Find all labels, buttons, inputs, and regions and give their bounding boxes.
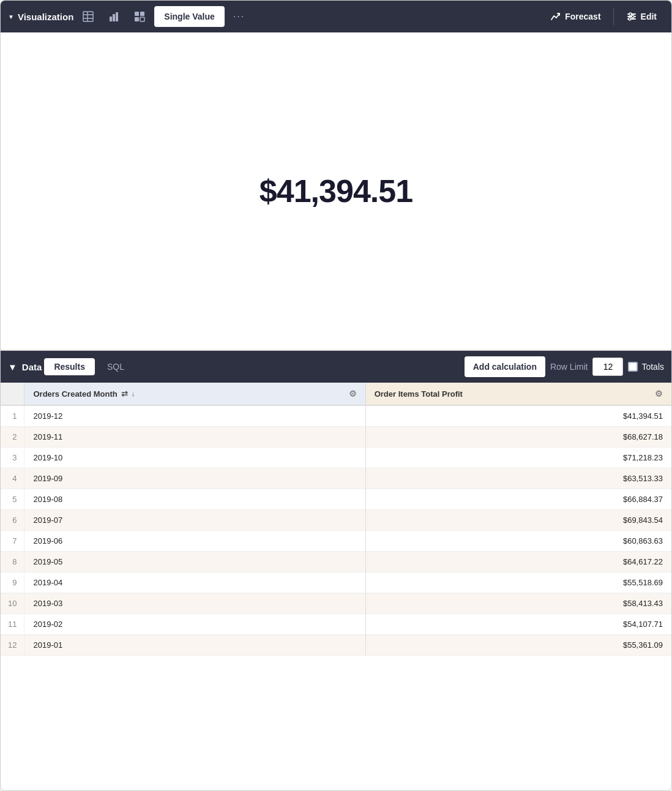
top-toolbar: ▼ Visualization bbox=[1, 1, 671, 32]
row-number: 1 bbox=[1, 405, 24, 427]
totals-label[interactable]: Totals bbox=[628, 362, 664, 372]
svg-point-16 bbox=[629, 13, 632, 15]
svg-point-17 bbox=[632, 15, 634, 18]
viz-toggle[interactable]: ▼ Visualization bbox=[8, 12, 73, 22]
row-number: 2 bbox=[1, 427, 24, 448]
bar-chart-button[interactable] bbox=[103, 7, 125, 26]
pivot-icon bbox=[133, 10, 146, 23]
bar-chart-icon bbox=[108, 10, 120, 23]
row-date: 2019-10 bbox=[24, 448, 365, 468]
table-row: 102019-03$58,413.43 bbox=[1, 593, 671, 614]
single-value-display: $41,394.51 bbox=[259, 173, 413, 209]
main-container: ▼ Visualization bbox=[0, 0, 672, 791]
edit-button[interactable]: Edit bbox=[619, 7, 664, 26]
table-row: 92019-04$55,518.69 bbox=[1, 572, 671, 593]
toolbar-left: ▼ Visualization bbox=[8, 6, 540, 27]
row-profit: $64,617.22 bbox=[365, 552, 671, 572]
row-date: 2019-09 bbox=[24, 468, 365, 489]
sort-down-icon[interactable]: ↓ bbox=[132, 390, 135, 397]
table-row: 122019-01$55,361.09 bbox=[1, 635, 671, 656]
filter-icon: ⇄ bbox=[121, 389, 128, 399]
row-number: 6 bbox=[1, 510, 24, 531]
row-number: 5 bbox=[1, 489, 24, 510]
svg-rect-0 bbox=[83, 12, 93, 21]
table-row: 62019-07$69,843.54 bbox=[1, 510, 671, 531]
totals-checkbox[interactable] bbox=[628, 362, 638, 372]
row-date: 2019-04 bbox=[24, 572, 365, 593]
col1-gear-icon[interactable]: ⚙ bbox=[349, 389, 357, 399]
row-date: 2019-11 bbox=[24, 427, 365, 448]
toolbar-divider bbox=[613, 8, 614, 25]
row-date: 2019-03 bbox=[24, 593, 365, 614]
forecast-button[interactable]: Forecast bbox=[543, 7, 608, 26]
toolbar-right: Forecast Edit bbox=[543, 7, 664, 26]
row-date: 2019-05 bbox=[24, 552, 365, 572]
single-value-tab[interactable]: Single Value bbox=[154, 6, 224, 27]
svg-rect-4 bbox=[110, 17, 112, 21]
svg-rect-7 bbox=[135, 12, 139, 16]
results-table: Orders Created Month ⇄ ↓ ⚙ Order Items T… bbox=[1, 383, 671, 656]
visualization-area: $41,394.51 bbox=[1, 32, 671, 351]
row-number: 4 bbox=[1, 468, 24, 489]
chevron-down-icon: ▼ bbox=[8, 13, 14, 20]
table-row: 72019-06$60,863.63 bbox=[1, 531, 671, 552]
table-row: 12019-12$41,394.51 bbox=[1, 405, 671, 427]
row-profit: $58,413.43 bbox=[365, 593, 671, 614]
table-body: 12019-12$41,394.5122019-11$68,627.183201… bbox=[1, 405, 671, 656]
col-orders-header: Orders Created Month ⇄ ↓ ⚙ bbox=[24, 383, 365, 405]
svg-point-18 bbox=[629, 18, 631, 20]
row-date: 2019-06 bbox=[24, 531, 365, 552]
row-profit: $68,627.18 bbox=[365, 427, 671, 448]
row-profit: $54,107.71 bbox=[365, 614, 671, 635]
table-row: 52019-08$66,884.37 bbox=[1, 489, 671, 510]
table-view-button[interactable] bbox=[77, 7, 99, 26]
row-date: 2019-12 bbox=[24, 405, 365, 427]
data-toolbar-left: ▼ Data Results SQL bbox=[8, 358, 462, 375]
row-number: 10 bbox=[1, 593, 24, 614]
row-limit-input[interactable] bbox=[592, 358, 623, 376]
row-date: 2019-01 bbox=[24, 635, 365, 656]
row-profit: $60,863.63 bbox=[365, 531, 671, 552]
row-profit: $41,394.51 bbox=[365, 405, 671, 427]
svg-rect-9 bbox=[135, 17, 139, 21]
row-number: 7 bbox=[1, 531, 24, 552]
row-number: 12 bbox=[1, 635, 24, 656]
row-number: 3 bbox=[1, 448, 24, 468]
table-icon bbox=[82, 10, 94, 23]
row-number: 11 bbox=[1, 614, 24, 635]
row-profit: $71,218.23 bbox=[365, 448, 671, 468]
results-tab[interactable]: Results bbox=[44, 358, 95, 375]
row-profit: $55,361.09 bbox=[365, 635, 671, 656]
more-button[interactable]: ··· bbox=[228, 7, 250, 26]
table-area: Orders Created Month ⇄ ↓ ⚙ Order Items T… bbox=[1, 383, 671, 790]
add-calculation-button[interactable]: Add calculation bbox=[465, 356, 545, 377]
row-profit: $69,843.54 bbox=[365, 510, 671, 531]
data-toggle-label: Data bbox=[22, 362, 42, 372]
svg-rect-6 bbox=[116, 12, 118, 21]
forecast-icon bbox=[550, 11, 561, 22]
svg-rect-5 bbox=[113, 14, 115, 21]
sql-tab[interactable]: SQL bbox=[97, 358, 134, 375]
pivot-button[interactable] bbox=[129, 7, 151, 26]
col2-gear-icon[interactable]: ⚙ bbox=[655, 389, 663, 399]
col-profit-header: Order Items Total Profit ⚙ bbox=[365, 383, 671, 405]
row-profit: $55,518.69 bbox=[365, 572, 671, 593]
viz-toggle-label: Visualization bbox=[18, 12, 73, 22]
svg-rect-8 bbox=[140, 12, 144, 16]
row-profit: $63,513.33 bbox=[365, 468, 671, 489]
table-row: 112019-02$54,107.71 bbox=[1, 614, 671, 635]
row-date: 2019-02 bbox=[24, 614, 365, 635]
row-limit-label: Row Limit bbox=[550, 362, 588, 372]
table-row: 32019-10$71,218.23 bbox=[1, 448, 671, 468]
row-profit: $66,884.37 bbox=[365, 489, 671, 510]
svg-rect-10 bbox=[140, 17, 144, 21]
data-toggle[interactable]: ▼ Data bbox=[8, 362, 42, 372]
row-number: 9 bbox=[1, 572, 24, 593]
row-date: 2019-07 bbox=[24, 510, 365, 531]
table-row: 42019-09$63,513.33 bbox=[1, 468, 671, 489]
data-chevron-icon: ▼ bbox=[8, 362, 17, 372]
data-toolbar: ▼ Data Results SQL Add calculation Row L… bbox=[1, 351, 671, 383]
row-number: 8 bbox=[1, 552, 24, 572]
edit-icon bbox=[626, 11, 637, 22]
table-row: 22019-11$68,627.18 bbox=[1, 427, 671, 448]
